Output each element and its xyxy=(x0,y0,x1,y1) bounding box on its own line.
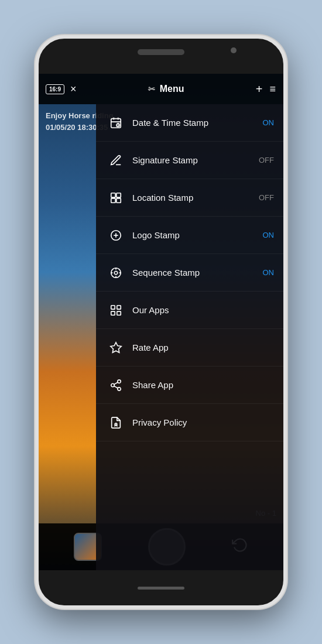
privacy-policy-label: Privacy Policy xyxy=(132,417,274,427)
notch-pill xyxy=(138,49,184,55)
svg-point-24 xyxy=(111,383,115,387)
svg-rect-5 xyxy=(111,193,115,197)
menu-item-sequence-stamp[interactable]: Sequence Stamp ON xyxy=(96,254,283,292)
svg-rect-7 xyxy=(111,198,115,202)
top-bar-left: 16:9 × xyxy=(46,83,77,95)
menu-title: Menu xyxy=(160,84,184,94)
svg-line-27 xyxy=(114,382,118,384)
rate-app-icon xyxy=(105,337,126,358)
menu-item-share-app[interactable]: Share App xyxy=(96,366,283,404)
location-stamp-status: OFF xyxy=(259,193,274,202)
signature-stamp-icon xyxy=(105,150,126,171)
location-stamp-icon xyxy=(105,187,126,208)
date-time-stamp-icon xyxy=(105,112,126,133)
hamburger-icon[interactable]: ≡ xyxy=(269,83,276,95)
svg-rect-19 xyxy=(117,305,121,309)
svg-point-25 xyxy=(118,387,121,390)
svg-point-13 xyxy=(114,271,118,275)
sequence-stamp-icon xyxy=(105,262,126,283)
phone-top-bar xyxy=(39,39,283,74)
our-apps-label: Our Apps xyxy=(132,305,274,315)
rate-app-label: Rate App xyxy=(132,342,274,352)
svg-line-26 xyxy=(114,386,118,388)
top-bar-center: ✂ Menu xyxy=(148,84,184,94)
svg-marker-22 xyxy=(111,342,121,352)
share-app-label: Share App xyxy=(132,380,274,390)
signature-stamp-label: Signature Stamp xyxy=(132,155,259,165)
camera-dot xyxy=(231,47,237,53)
svg-rect-18 xyxy=(111,305,115,309)
menu-item-privacy-policy[interactable]: Privacy Policy xyxy=(96,404,283,441)
logo-stamp-status: ON xyxy=(263,231,275,239)
svg-rect-21 xyxy=(117,311,121,314)
privacy-policy-icon xyxy=(105,412,126,433)
our-apps-icon xyxy=(105,300,126,321)
phone-bottom-bar xyxy=(39,570,283,605)
sequence-stamp-label: Sequence Stamp xyxy=(132,268,263,278)
menu-item-our-apps[interactable]: Our Apps xyxy=(96,292,283,329)
aspect-ratio-badge[interactable]: 16:9 xyxy=(46,84,64,94)
close-icon[interactable]: × xyxy=(70,83,77,95)
share-app-icon xyxy=(105,375,126,396)
top-bar-right: + ≡ xyxy=(256,83,276,96)
menu-item-rate-app[interactable]: Rate App xyxy=(96,329,283,366)
svg-point-23 xyxy=(118,379,121,383)
home-indicator xyxy=(138,587,184,590)
svg-rect-8 xyxy=(117,198,121,202)
scissors-icon: ✂ xyxy=(148,84,155,94)
svg-rect-20 xyxy=(111,311,115,314)
menu-item-signature-stamp[interactable]: Signature Stamp OFF xyxy=(96,142,283,179)
logo-stamp-label: Logo Stamp xyxy=(132,230,263,240)
signature-stamp-status: OFF xyxy=(259,156,274,165)
phone-frame: Enjoy Horse riding 01/05/20 18:30:35 16:… xyxy=(35,35,287,609)
svg-rect-6 xyxy=(117,193,121,197)
sequence-stamp-status: ON xyxy=(263,268,275,277)
date-time-stamp-label: Date & Time Stamp xyxy=(132,118,263,128)
date-time-stamp-status: ON xyxy=(263,118,275,127)
plus-icon[interactable]: + xyxy=(256,83,263,96)
menu-panel: Date & Time Stamp ON Signature Stamp OFF xyxy=(96,104,283,570)
phone-screen: Enjoy Horse riding 01/05/20 18:30:35 16:… xyxy=(39,74,283,570)
menu-item-logo-stamp[interactable]: Logo Stamp ON xyxy=(96,217,283,254)
menu-item-location-stamp[interactable]: Location Stamp OFF xyxy=(96,179,283,217)
menu-item-date-time-stamp[interactable]: Date & Time Stamp ON xyxy=(96,104,283,142)
location-stamp-label: Location Stamp xyxy=(132,193,259,203)
logo-stamp-icon xyxy=(105,225,126,246)
app-top-bar: 16:9 × ✂ Menu + ≡ xyxy=(39,74,283,104)
